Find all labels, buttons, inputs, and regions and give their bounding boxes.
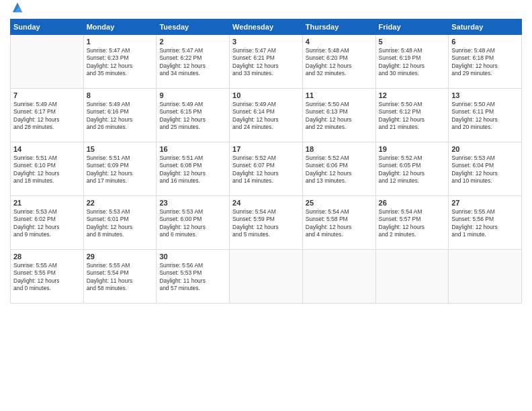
- calendar-cell: 21Sunrise: 5:53 AMSunset: 6:02 PMDayligh…: [11, 196, 84, 250]
- day-number: 12: [379, 91, 446, 99]
- day-number: 10: [232, 91, 300, 99]
- cell-content-line: Daylight: 12 hours: [379, 170, 446, 177]
- cell-content-line: Sunrise: 5:48 AM: [379, 47, 446, 54]
- logo: [10, 7, 24, 13]
- cell-content-line: Sunrise: 5:50 AM: [451, 101, 519, 108]
- day-number: 1: [87, 38, 154, 46]
- cell-content-line: Sunrise: 5:56 AM: [159, 262, 226, 269]
- day-header-tuesday: Tuesday: [157, 19, 230, 35]
- cell-content-line: and 16 minutes.: [159, 177, 226, 185]
- cell-content-line: Sunset: 6:13 PM: [306, 108, 373, 116]
- cell-content-line: Sunrise: 5:47 AM: [159, 47, 226, 54]
- cell-content-line: and 20 minutes.: [451, 124, 519, 131]
- calendar-cell: 1Sunrise: 5:47 AMSunset: 6:23 PMDaylight…: [83, 35, 157, 89]
- cell-content-line: Sunset: 6:21 PM: [232, 54, 300, 62]
- cell-content-line: Daylight: 12 hours: [379, 116, 446, 124]
- cell-content-line: Sunset: 5:57 PM: [379, 216, 446, 223]
- day-header-saturday: Saturday: [449, 19, 522, 35]
- cell-content-line: Daylight: 12 hours: [451, 170, 519, 177]
- cell-content-line: Sunset: 6:10 PM: [13, 162, 81, 169]
- cell-content-line: and 18 minutes.: [13, 177, 81, 185]
- cell-content-line: and 35 minutes.: [87, 70, 154, 77]
- cell-content-line: Daylight: 12 hours: [13, 116, 81, 124]
- calendar-cell: [375, 250, 449, 304]
- day-number: 24: [232, 199, 300, 207]
- calendar-cell: 15Sunrise: 5:51 AMSunset: 6:09 PMDayligh…: [83, 142, 157, 196]
- day-header-thursday: Thursday: [302, 19, 375, 35]
- cell-content-line: and 12 minutes.: [379, 177, 446, 185]
- cell-content-line: Daylight: 12 hours: [87, 116, 154, 124]
- cell-content-line: Sunset: 6:14 PM: [232, 108, 300, 116]
- day-number: 13: [451, 91, 519, 99]
- day-header-wednesday: Wednesday: [230, 19, 303, 35]
- cell-content-line: Daylight: 12 hours: [159, 116, 226, 124]
- day-number: 27: [451, 199, 519, 207]
- calendar-cell: 26Sunrise: 5:54 AMSunset: 5:57 PMDayligh…: [375, 196, 449, 250]
- cell-content-line: and 33 minutes.: [232, 70, 300, 77]
- day-number: 26: [379, 199, 446, 207]
- day-number: 22: [87, 199, 154, 207]
- cell-content-line: and 26 minutes.: [87, 124, 154, 131]
- calendar-cell: 25Sunrise: 5:54 AMSunset: 5:58 PMDayligh…: [302, 196, 375, 250]
- cell-content-line: and 24 minutes.: [232, 124, 300, 131]
- calendar-cell: 24Sunrise: 5:54 AMSunset: 5:59 PMDayligh…: [230, 196, 303, 250]
- cell-content-line: Sunset: 6:04 PM: [451, 162, 519, 169]
- cell-content-line: Sunrise: 5:49 AM: [159, 101, 226, 108]
- calendar-cell: [302, 250, 375, 304]
- header: [10, 7, 522, 13]
- cell-content-line: and 30 minutes.: [379, 70, 446, 77]
- cell-content-line: Daylight: 12 hours: [306, 116, 373, 124]
- cell-content-line: and 21 minutes.: [379, 124, 446, 131]
- cell-content-line: Daylight: 11 hours: [159, 277, 226, 285]
- cell-content-line: Sunrise: 5:52 AM: [306, 154, 373, 162]
- calendar-cell: [230, 250, 303, 304]
- cell-content-line: Sunrise: 5:53 AM: [451, 154, 519, 162]
- calendar-cell: 12Sunrise: 5:50 AMSunset: 6:12 PMDayligh…: [375, 89, 449, 142]
- cell-content-line: Sunset: 5:56 PM: [451, 216, 519, 223]
- cell-content-line: Daylight: 12 hours: [451, 224, 519, 231]
- cell-content-line: Daylight: 12 hours: [451, 116, 519, 124]
- day-number: 20: [451, 145, 519, 153]
- calendar-cell: 18Sunrise: 5:52 AMSunset: 6:06 PMDayligh…: [302, 142, 375, 196]
- calendar-table: SundayMondayTuesdayWednesdayThursdayFrid…: [10, 19, 522, 304]
- cell-content-line: Sunrise: 5:49 AM: [13, 101, 81, 108]
- calendar-cell: 22Sunrise: 5:53 AMSunset: 6:01 PMDayligh…: [83, 196, 157, 250]
- cell-content-line: Sunrise: 5:49 AM: [232, 101, 300, 108]
- cell-content-line: and 4 minutes.: [306, 231, 373, 238]
- cell-content-line: Sunset: 6:01 PM: [87, 216, 154, 223]
- calendar-cell: 11Sunrise: 5:50 AMSunset: 6:13 PMDayligh…: [302, 89, 375, 142]
- day-number: 2: [159, 38, 226, 46]
- cell-content-line: and 34 minutes.: [159, 70, 226, 77]
- page: SundayMondayTuesdayWednesdayThursdayFrid…: [0, 0, 532, 411]
- cell-content-line: and 5 minutes.: [232, 231, 300, 238]
- cell-content-line: Sunrise: 5:55 AM: [13, 262, 81, 269]
- cell-content-line: and 2 minutes.: [379, 231, 446, 238]
- cell-content-line: Sunset: 6:23 PM: [87, 54, 154, 62]
- cell-content-line: Sunset: 5:59 PM: [232, 216, 300, 223]
- calendar-cell: 10Sunrise: 5:49 AMSunset: 6:14 PMDayligh…: [230, 89, 303, 142]
- cell-content-line: and 9 minutes.: [13, 231, 81, 238]
- day-number: 28: [13, 253, 81, 261]
- cell-content-line: and 25 minutes.: [159, 124, 226, 131]
- cell-content-line: Sunrise: 5:48 AM: [306, 47, 373, 54]
- day-number: 30: [159, 253, 226, 261]
- cell-content-line: Daylight: 12 hours: [232, 116, 300, 124]
- cell-content-line: Daylight: 12 hours: [13, 170, 81, 177]
- calendar-cell: 14Sunrise: 5:51 AMSunset: 6:10 PMDayligh…: [11, 142, 84, 196]
- cell-content-line: Daylight: 12 hours: [232, 224, 300, 231]
- day-number: 11: [306, 91, 373, 99]
- cell-content-line: Sunset: 6:08 PM: [159, 162, 226, 169]
- cell-content-line: Sunrise: 5:48 AM: [451, 47, 519, 54]
- cell-content-line: and 0 minutes.: [13, 285, 81, 292]
- cell-content-line: Sunrise: 5:55 AM: [451, 208, 519, 216]
- cell-content-line: Daylight: 12 hours: [306, 62, 373, 70]
- calendar-cell: 8Sunrise: 5:49 AMSunset: 6:16 PMDaylight…: [83, 89, 157, 142]
- cell-content-line: Sunrise: 5:52 AM: [379, 154, 446, 162]
- cell-content-line: Sunrise: 5:54 AM: [379, 208, 446, 216]
- calendar-cell: 7Sunrise: 5:49 AMSunset: 6:17 PMDaylight…: [11, 89, 84, 142]
- cell-content-line: Daylight: 12 hours: [379, 224, 446, 231]
- cell-content-line: Sunset: 6:22 PM: [159, 54, 226, 62]
- cell-content-line: and 8 minutes.: [87, 231, 154, 238]
- cell-content-line: Sunrise: 5:50 AM: [306, 101, 373, 108]
- day-number: 5: [379, 38, 446, 46]
